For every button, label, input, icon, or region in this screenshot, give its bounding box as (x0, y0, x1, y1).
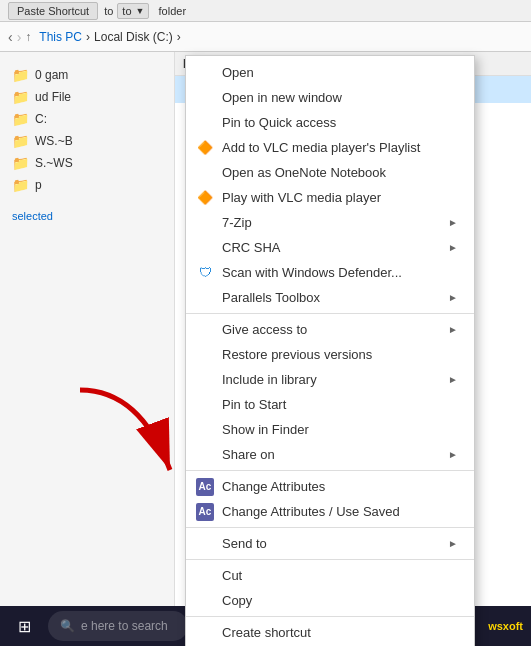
context-menu: Open Open in new window Pin to Quick acc… (185, 55, 475, 646)
separator-2 (186, 470, 474, 471)
folder-icon-1: 📁 (12, 89, 29, 105)
ctx-vlc-add[interactable]: 🔶 Add to VLC media player's Playlist (186, 135, 474, 160)
give-access-arrow: ► (448, 324, 458, 335)
toolbar-folder-label: folder (159, 5, 187, 17)
ctx-change-attr-saved[interactable]: Ac Change Attributes / Use Saved (186, 499, 474, 524)
address-path: This PC › Local Disk (C:) › (39, 30, 180, 44)
separator-5 (186, 616, 474, 617)
pin-icon (196, 114, 214, 132)
ctx-create-shortcut[interactable]: Create shortcut (186, 620, 474, 645)
windows-icon: ⊞ (18, 617, 31, 636)
this-pc-link[interactable]: This PC (39, 30, 82, 44)
search-icon: 🔍 (60, 619, 75, 633)
finder-icon (196, 421, 214, 439)
sidebar-item-5[interactable]: 📁 p (0, 174, 174, 196)
parallels-arrow: ► (448, 292, 458, 303)
ctx-parallels-label: Parallels Toolbox (222, 290, 320, 305)
sidebar-item-4[interactable]: 📁 S.~WS (0, 152, 174, 174)
taskbar-search[interactable]: 🔍 e here to search (48, 611, 188, 641)
sidebar-label-4: S.~WS (35, 156, 73, 170)
7zip-icon (196, 214, 214, 232)
ctx-share-label: Share on (222, 447, 275, 462)
ctx-crcsha-label: CRC SHA (222, 240, 281, 255)
attr-icon-1: Ac (196, 478, 214, 496)
ctx-onenote-label: Open as OneNote Notebook (222, 165, 386, 180)
pin-start-icon (196, 396, 214, 414)
library-arrow: ► (448, 374, 458, 385)
ctx-send-to-label: Send to (222, 536, 267, 551)
ctx-crcsha[interactable]: CRC SHA ► (186, 235, 474, 260)
sidebar-item-2[interactable]: 📁 C: (0, 108, 174, 130)
ctx-parallels[interactable]: Parallels Toolbox ► (186, 285, 474, 310)
onenote-icon (196, 164, 214, 182)
ctx-give-access-label: Give access to (222, 322, 307, 337)
sidebar-items: 📁 0 gam 📁 ud File 📁 C: 📁 WS.~B 📁 S.~WS 📁… (0, 64, 174, 196)
paste-shortcut-btn[interactable]: Paste Shortcut (8, 2, 98, 20)
wsxoft-logo: wsxoft (488, 620, 523, 632)
ctx-give-access[interactable]: Give access to ► (186, 317, 474, 342)
ctx-finder-label: Show in Finder (222, 422, 309, 437)
folder-icon-4: 📁 (12, 155, 29, 171)
folder-icon-0: 📁 (12, 67, 29, 83)
to-dropdown[interactable]: to ▼ (117, 3, 148, 19)
restore-icon (196, 346, 214, 364)
share-icon (196, 446, 214, 464)
start-button[interactable]: ⊞ (4, 606, 44, 646)
ctx-restore[interactable]: Restore previous versions (186, 342, 474, 367)
ctx-7zip[interactable]: 7-Zip ► (186, 210, 474, 235)
ctx-create-shortcut-label: Create shortcut (222, 625, 311, 640)
vlc-icon-2: 🔶 (196, 189, 214, 207)
folder-icon-5: 📁 (12, 177, 29, 193)
ctx-open-label: Open (222, 65, 254, 80)
ctx-pin-start[interactable]: Pin to Start (186, 392, 474, 417)
share-arrow: ► (448, 449, 458, 460)
dropdown-arrow: ▼ (136, 6, 145, 16)
sidebar: 📁 0 gam 📁 ud File 📁 C: 📁 WS.~B 📁 S.~WS 📁… (0, 52, 175, 606)
ctx-vlc-add-label: Add to VLC media player's Playlist (222, 140, 420, 155)
separator-1 (186, 313, 474, 314)
parallels-icon (196, 289, 214, 307)
sidebar-label-3: WS.~B (35, 134, 73, 148)
ctx-send-to[interactable]: Send to ► (186, 531, 474, 556)
copy-icon (196, 592, 214, 610)
separator-4 (186, 559, 474, 560)
sidebar-label-1: ud File (35, 90, 71, 104)
ctx-open[interactable]: Open (186, 60, 474, 85)
sidebar-item-3[interactable]: 📁 WS.~B (0, 130, 174, 152)
local-disk-link[interactable]: Local Disk (C:) (94, 30, 173, 44)
ctx-pin-quick[interactable]: Pin to Quick access (186, 110, 474, 135)
ctx-library[interactable]: Include in library ► (186, 367, 474, 392)
ctx-share[interactable]: Share on ► (186, 442, 474, 467)
attr-icon-2: Ac (196, 503, 214, 521)
sidebar-item-1[interactable]: 📁 ud File (0, 86, 174, 108)
crcsha-icon (196, 239, 214, 257)
shortcut-icon (196, 624, 214, 642)
nav-up[interactable]: ↑ (25, 30, 31, 44)
ctx-pin-label: Pin to Quick access (222, 115, 336, 130)
nav-back[interactable]: ‹ (8, 29, 13, 45)
address-bar: ‹ › ↑ This PC › Local Disk (C:) › (0, 22, 531, 52)
ctx-open-new-window[interactable]: Open in new window (186, 85, 474, 110)
ctx-change-attr[interactable]: Ac Change Attributes (186, 474, 474, 499)
ctx-restore-label: Restore previous versions (222, 347, 372, 362)
ctx-finder[interactable]: Show in Finder (186, 417, 474, 442)
give-access-icon (196, 321, 214, 339)
ctx-copy-label: Copy (222, 593, 252, 608)
ctx-7zip-label: 7-Zip (222, 215, 252, 230)
ctx-onenote[interactable]: Open as OneNote Notebook (186, 160, 474, 185)
open-new-icon (196, 89, 214, 107)
send-to-arrow: ► (448, 538, 458, 549)
ctx-defender-label: Scan with Windows Defender... (222, 265, 402, 280)
crcsha-arrow: ► (448, 242, 458, 253)
ctx-library-label: Include in library (222, 372, 317, 387)
ctx-cut[interactable]: Cut (186, 563, 474, 588)
ctx-vlc-play[interactable]: 🔶 Play with VLC media player (186, 185, 474, 210)
toolbar-to-label: to (104, 5, 113, 17)
nav-forward[interactable]: › (17, 29, 22, 45)
sidebar-item-0[interactable]: 📁 0 gam (0, 64, 174, 86)
ctx-defender[interactable]: 🛡 Scan with Windows Defender... (186, 260, 474, 285)
ctx-copy[interactable]: Copy (186, 588, 474, 613)
open-icon (196, 64, 214, 82)
library-icon (196, 371, 214, 389)
separator-3 (186, 527, 474, 528)
